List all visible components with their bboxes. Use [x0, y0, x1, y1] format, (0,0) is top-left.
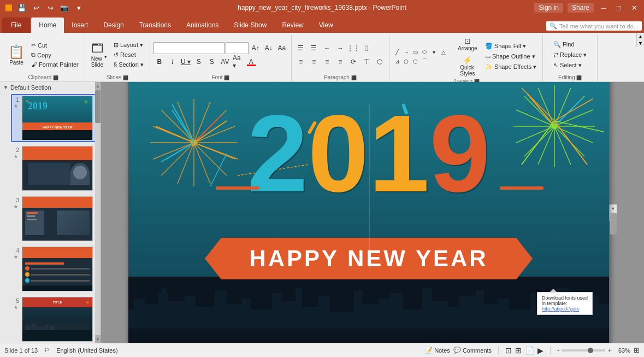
columns-btn[interactable]: ⋮⋮	[347, 42, 359, 54]
slideshow-btn[interactable]: ▶	[537, 346, 543, 355]
copy-btn[interactable]: ⧉ Copy	[28, 50, 81, 60]
font-color-btn[interactable]: A	[245, 56, 257, 68]
panel-scroll-thumb[interactable]	[95, 90, 101, 123]
section-header[interactable]: ▼ Default Section	[0, 82, 101, 93]
tab-home[interactable]: Home	[31, 17, 64, 33]
sign-in-btn[interactable]: Sign in	[534, 3, 563, 13]
close-btn[interactable]: ✕	[629, 2, 640, 13]
quick-styles-btn[interactable]: ⚡ QuickStyles	[454, 54, 481, 78]
align-right-btn[interactable]: ≡	[321, 56, 333, 68]
shape-pent-icon[interactable]: ⬠	[402, 57, 411, 66]
cut-btn[interactable]: ✂ Cut	[28, 40, 81, 50]
char-spacing-btn[interactable]: AV	[219, 56, 231, 68]
zoom-in-btn[interactable]: +	[607, 346, 612, 354]
convert-smartart-btn[interactable]: ⬡	[374, 56, 386, 68]
strikethrough-btn[interactable]: S	[193, 56, 205, 68]
slide-thumb-5[interactable]: 5 ★ TITLE ✳	[11, 295, 96, 343]
shape-arrow-icon[interactable]: →	[402, 48, 411, 56]
shape-line-icon[interactable]: ╱	[393, 48, 401, 56]
shadow-btn[interactable]: S	[206, 56, 218, 68]
language[interactable]: English (United States)	[56, 347, 118, 354]
zoom-slider-track[interactable]	[562, 349, 605, 352]
tab-animations[interactable]: Animations	[179, 17, 226, 33]
panel-scrollbar[interactable]: ▲ ▼	[95, 82, 101, 343]
zoom-slider-thumb[interactable]	[588, 348, 593, 353]
font-grow-btn[interactable]: A↑	[250, 42, 262, 54]
paste-btn[interactable]: 📋 Paste	[5, 43, 27, 67]
bullets-btn[interactable]: ☰	[295, 42, 307, 54]
redo-btn[interactable]: ↪	[45, 2, 56, 13]
screenshot-btn[interactable]: 📷	[59, 2, 70, 13]
find-btn[interactable]: 🔍 Find	[551, 40, 589, 49]
shape-oval-icon[interactable]: ⬭	[421, 48, 429, 56]
customize-btn[interactable]: ▾	[73, 2, 84, 13]
format-painter-btn[interactable]: 🖌 Format Painter	[28, 60, 81, 69]
shape-more-icon[interactable]: ▾	[430, 48, 439, 56]
zoom-percent[interactable]: 63%	[614, 347, 630, 354]
arrange-btn[interactable]: ⊡ Arrange	[454, 35, 481, 53]
tab-view[interactable]: View	[311, 17, 341, 33]
clear-format-btn[interactable]: Aa	[276, 42, 288, 54]
scroll-thumb[interactable]	[610, 213, 617, 235]
text-direction-btn[interactable]: ⟳	[347, 56, 359, 68]
underline-btn[interactable]: U ▾	[180, 56, 192, 68]
slide-thumb-3[interactable]: 3 ★	[11, 195, 96, 243]
tab-insert[interactable]: Insert	[64, 17, 96, 33]
smartart-btn[interactable]: ⌷	[361, 42, 373, 54]
slide-thumb-1[interactable]: 1 ★ 2019 HAPPY NEW YEAR ✳ ✳	[11, 94, 96, 142]
section-btn[interactable]: § Section ▾	[111, 60, 146, 69]
comments-btn[interactable]: 💬 Comments	[453, 347, 492, 354]
change-case-btn[interactable]: Aa ▾	[232, 56, 244, 68]
ribbon-scroll-down[interactable]: ▼	[638, 40, 643, 46]
share-btn[interactable]: Share	[568, 3, 594, 13]
shape-tri-icon[interactable]: △	[439, 48, 448, 56]
panel-scroll-up[interactable]: ▲	[95, 82, 101, 90]
slide-canvas[interactable]: 2 0 1 9	[128, 82, 609, 343]
replace-btn[interactable]: ⇄ Replace ▾	[551, 50, 589, 60]
select-btn[interactable]: ↖ Select ▾	[551, 61, 589, 70]
minimize-btn[interactable]: ─	[598, 2, 609, 13]
numbering-btn[interactable]: ☰	[308, 42, 320, 54]
accessibility-icon[interactable]: ⚐	[44, 347, 50, 354]
notes-btn[interactable]: 📝 Notes	[425, 347, 450, 354]
search-bar[interactable]: 🔍 Tell me what you want to do...	[546, 21, 642, 31]
shape-fill-btn[interactable]: 🪣 Shape Fill ▾	[482, 42, 539, 51]
reading-view-btn[interactable]: 📄	[525, 346, 534, 355]
normal-view-btn[interactable]: ⊡	[505, 346, 512, 355]
panel-scroll-down[interactable]: ▼	[95, 335, 101, 343]
shape-effects-btn[interactable]: ✨ Shape Effects ▾	[482, 62, 539, 72]
fit-slide-btn[interactable]: ⊞	[634, 346, 640, 354]
slide-thumb-4[interactable]: 4 ★	[11, 245, 96, 293]
shape-curve-icon[interactable]: ⌒	[421, 57, 429, 66]
justify-btn[interactable]: ≡	[334, 56, 346, 68]
tab-review[interactable]: Review	[274, 17, 311, 33]
outdent-btn[interactable]: ←	[321, 42, 333, 54]
align-left-btn[interactable]: ≡	[295, 56, 307, 68]
slide-thumb-2[interactable]: 2 ★	[11, 144, 96, 192]
undo-btn[interactable]: ↩	[31, 2, 42, 13]
italic-btn[interactable]: I	[167, 56, 179, 68]
tab-file[interactable]: File	[2, 17, 30, 33]
restore-btn[interactable]: □	[613, 2, 624, 13]
shape-hex-icon[interactable]: ⬡	[411, 57, 420, 66]
font-name-input[interactable]	[153, 42, 224, 54]
ribbon-scroll-up[interactable]: ▲	[638, 34, 643, 39]
shape-rtri-icon[interactable]: ⊿	[393, 57, 401, 66]
scroll-top-btn[interactable]: ▲	[610, 204, 617, 212]
reset-btn[interactable]: ↺ Reset	[111, 50, 146, 60]
zoom-out-btn[interactable]: -	[557, 346, 559, 354]
shape-rect-icon[interactable]: ▭	[411, 48, 420, 56]
indent-btn[interactable]: →	[334, 42, 346, 54]
shape-outline-btn[interactable]: ▭ Shape Outline ▾	[482, 52, 539, 61]
quick-save-btn[interactable]: 💾	[16, 2, 27, 13]
tab-design[interactable]: Design	[96, 17, 131, 33]
font-shrink-btn[interactable]: A↓	[263, 42, 275, 54]
align-center-btn[interactable]: ≡	[308, 56, 320, 68]
tab-slideshow[interactable]: Slide Show	[226, 17, 274, 33]
new-slide-btn[interactable]: 🗔 NewSlide ▾	[88, 40, 110, 69]
tab-transitions[interactable]: Transitions	[132, 17, 179, 33]
bold-btn[interactable]: B	[153, 56, 166, 68]
slide-sorter-btn[interactable]: ⊞	[515, 346, 522, 355]
tooltip-link[interactable]: http://atipo.li/pptx	[542, 306, 579, 312]
layout-btn[interactable]: ⊞ Layout ▾	[111, 40, 146, 50]
